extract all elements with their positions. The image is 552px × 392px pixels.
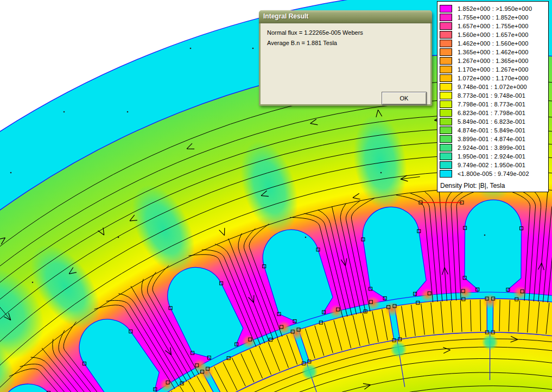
legend-row: 5.849e-001 : 6.823e-001 [440, 117, 548, 126]
result-line-average-bn: Average B.n = 1.881 Tesla [267, 39, 424, 47]
legend-swatch [440, 153, 452, 160]
legend-row: 2.924e-001 : 3.899e-001 [440, 143, 548, 152]
legend-swatch [440, 109, 452, 117]
dialog-body: Normal flux = 1.22265e-005 Webers Averag… [261, 23, 430, 110]
legend-label: 1.462e+000 : 1.560e+000 [458, 40, 529, 47]
legend-swatch [440, 57, 452, 65]
legend-label: 1.365e+000 : 1.462e+000 [458, 49, 529, 55]
legend-row: 1.462e+000 : 1.560e+000 [440, 39, 548, 48]
dialog-titlebar[interactable]: Integral Result [259, 10, 432, 23]
legend-swatch [440, 74, 452, 82]
legend-row: 4.874e-001 : 5.849e-001 [440, 126, 548, 135]
legend-label: 1.852e+000 : >1.950e+000 [458, 5, 532, 12]
legend-row: 7.798e-001 : 8.773e-001 [440, 100, 548, 109]
legend-swatch [440, 170, 452, 178]
legend-panel: 1.852e+000 : >1.950e+0001.755e+000 : 1.8… [437, 1, 549, 192]
legend-label: 1.560e+000 : 1.657e+000 [458, 31, 529, 38]
legend-swatch [440, 31, 452, 39]
result-line-normal-flux: Normal flux = 1.22265e-005 Webers [267, 29, 424, 37]
femm-postprocessor-view: 1.852e+000 : >1.950e+0001.755e+000 : 1.8… [0, 0, 552, 392]
legend-row: 1.072e+000 : 1.170e+000 [440, 74, 548, 83]
legend-row: 1.657e+000 : 1.755e+000 [440, 22, 548, 30]
legend-row: 1.852e+000 : >1.950e+000 [440, 4, 548, 13]
legend-swatch [440, 127, 452, 134]
legend-row: 1.755e+000 : 1.852e+000 [440, 13, 548, 22]
legend-swatch [440, 100, 452, 108]
legend-label: 9.749e-002 : 1.950e-001 [458, 162, 525, 168]
legend-row: 1.950e-001 : 2.924e-001 [440, 152, 548, 161]
legend-rows: 1.852e+000 : >1.950e+0001.755e+000 : 1.8… [440, 4, 548, 178]
legend-swatch [440, 14, 452, 21]
legend-swatch [440, 161, 452, 169]
legend-row: 9.749e-002 : 1.950e-001 [440, 161, 548, 169]
legend-label: 3.899e-001 : 4.874e-001 [458, 136, 525, 142]
legend-swatch [440, 118, 452, 125]
legend-label: 1.657e+000 : 1.755e+000 [458, 23, 529, 29]
legend-row: 6.823e-001 : 7.798e-001 [440, 109, 548, 117]
integral-result-dialog: Integral Result Normal flux = 1.22265e-0… [259, 10, 432, 106]
legend-label: 1.170e+000 : 1.267e+000 [458, 66, 529, 73]
legend-row: 1.170e+000 : 1.267e+000 [440, 65, 548, 74]
legend-swatch [440, 40, 452, 47]
legend-label: 5.849e-001 : 6.823e-001 [458, 118, 525, 125]
legend-row: 1.365e+000 : 1.462e+000 [440, 48, 548, 56]
legend-label: 7.798e-001 : 8.773e-001 [458, 101, 525, 108]
legend-swatch [440, 83, 452, 91]
legend-row: 1.267e+000 : 1.365e+000 [440, 56, 548, 65]
legend-row: 1.560e+000 : 1.657e+000 [440, 30, 548, 39]
legend-swatch [440, 135, 452, 143]
legend-row: <1.800e-005 : 9.749e-002 [440, 169, 548, 178]
legend-swatch [440, 144, 452, 151]
legend-label: 2.924e-001 : 3.899e-001 [458, 144, 525, 151]
legend-swatch [440, 22, 452, 30]
legend-label: 9.748e-001 : 1.072e+000 [458, 84, 527, 90]
legend-swatch [440, 66, 452, 73]
legend-label: 4.874e-001 : 5.849e-001 [458, 127, 525, 134]
legend-label: 1.950e-001 : 2.924e-001 [458, 153, 525, 160]
ok-button[interactable]: OK [382, 92, 427, 105]
legend-label: 8.773e-001 : 9.748e-001 [458, 92, 525, 99]
legend-row: 8.773e-001 : 9.748e-001 [440, 91, 548, 100]
legend-row: 9.748e-001 : 1.072e+000 [440, 83, 548, 91]
legend-label: <1.800e-005 : 9.749e-002 [458, 170, 529, 177]
legend-label: 1.755e+000 : 1.852e+000 [458, 14, 529, 21]
legend-swatch [440, 48, 452, 56]
legend-swatch [440, 5, 452, 12]
dialog-title: Integral Result [263, 12, 308, 20]
legend-row: 3.899e-001 : 4.874e-001 [440, 135, 548, 143]
legend-label: 1.072e+000 : 1.170e+000 [458, 75, 529, 81]
legend-label: 1.267e+000 : 1.365e+000 [458, 58, 529, 64]
legend-title: Density Plot: |B|, Tesla [440, 182, 505, 189]
legend-swatch [440, 92, 452, 99]
legend-label: 6.823e-001 : 7.798e-001 [458, 110, 525, 116]
